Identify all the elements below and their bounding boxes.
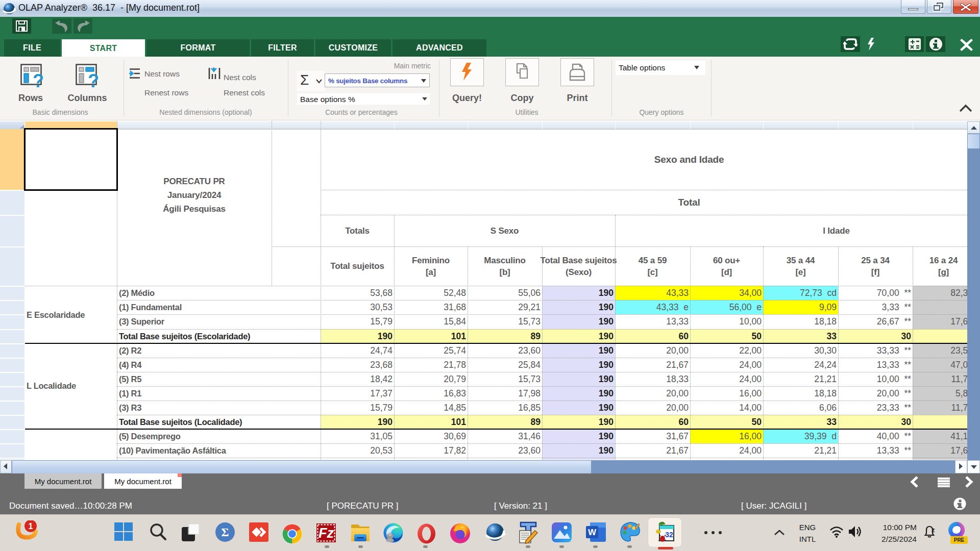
svg-text:Fz: Fz [318, 525, 334, 541]
svg-text:W: W [588, 528, 597, 537]
svg-text:1: 1 [29, 522, 33, 531]
svg-text:z: z [932, 526, 935, 534]
svg-text:32: 32 [665, 531, 673, 539]
svg-text:?: ? [88, 70, 99, 91]
svg-text:Σ: Σ [221, 526, 229, 539]
svg-text:?: ? [33, 70, 44, 91]
